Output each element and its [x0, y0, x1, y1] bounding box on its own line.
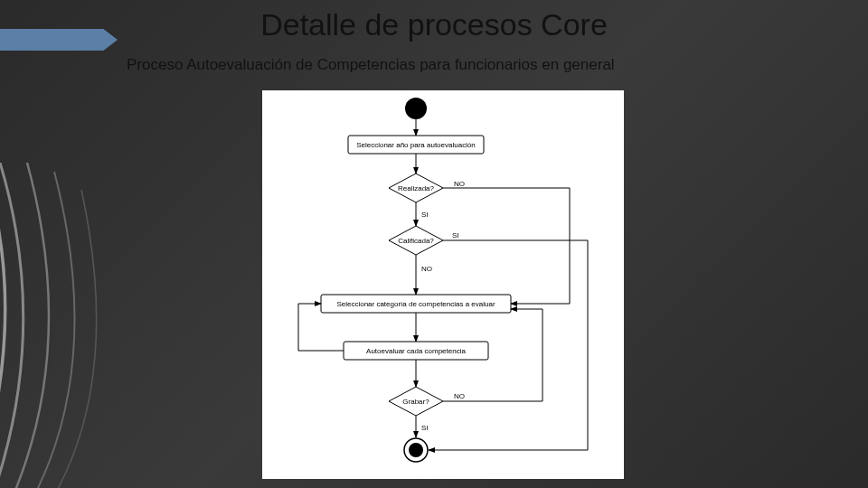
decision-grabar-yes: SI [421, 424, 429, 432]
title-container: Detalle de procesos Core [0, 7, 868, 42]
start-node [405, 98, 427, 119]
decision-calificada-yes: SI [452, 231, 459, 239]
decorative-curves [0, 163, 217, 488]
flowchart-diagram: Seleccionar año para autoevaluación Real… [262, 90, 624, 479]
decision-grabar-no: NO [454, 392, 465, 400]
process-autoevaluate-label: Autoevaluar cada competencia [366, 347, 466, 355]
decision-realizada-no: NO [454, 180, 465, 188]
process-select-year-label: Seleccionar año para autoevaluación [356, 141, 476, 149]
end-node-inner [409, 443, 423, 457]
decision-realizada-label: Realizada? [398, 184, 435, 192]
slide-title: Detalle de procesos Core [260, 7, 608, 42]
decision-calificada-no: NO [421, 265, 432, 273]
process-select-category-label: Seleccionar categoría de competencias a … [336, 300, 495, 308]
slide-subtitle: Proceso Autoevaluación de Competencias p… [127, 56, 615, 74]
decision-grabar-label: Grabar? [402, 398, 429, 406]
decision-realizada-yes: SI [421, 211, 429, 219]
decision-calificada-label: Calificada? [398, 237, 434, 245]
